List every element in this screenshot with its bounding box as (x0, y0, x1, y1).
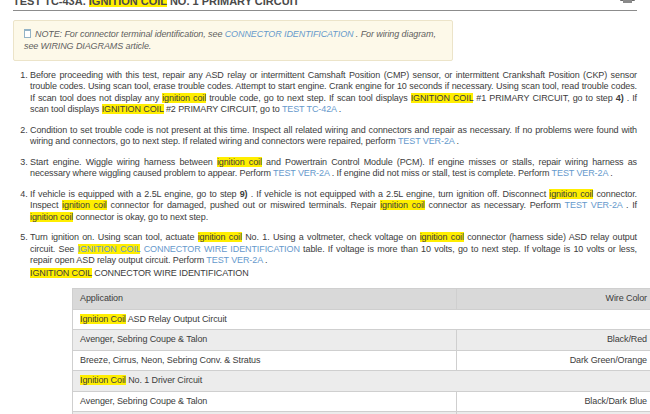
text-run: . (608, 168, 613, 178)
print-icon[interactable] (620, 0, 635, 3)
application-cell: Breeze, Cirrus, Neon, Sebring Conv. & St… (73, 350, 457, 371)
text-run: . If vehicle is not equipped with a 2.5L… (248, 189, 550, 199)
step-text: Before proceeding with this test, repair… (30, 70, 637, 116)
application-cell: Avenger, Sebring Coupe & Talon (73, 330, 457, 351)
title-divider (13, 10, 637, 11)
inline-link[interactable]: CONNECTOR WIRE IDENTIFICATION (144, 244, 300, 254)
inline-link[interactable]: TEST VER-2A (552, 168, 608, 178)
wire-color-cell: Black/Dark Blue (457, 391, 650, 412)
application-cell: Avenger, Sebring Coupe & Talon (73, 391, 457, 412)
text-run: . If (622, 200, 637, 210)
print-icon-tray (623, 0, 632, 3)
table-header-row: ApplicationWire Color (73, 289, 650, 310)
text-run: Condition to set trouble code is not pre… (30, 125, 637, 147)
highlighted-term: ignition coil (380, 200, 425, 210)
step-item: Start engine. Wiggle wiring harness betw… (30, 157, 637, 180)
text-run: connector as necessary. Perform (425, 200, 565, 210)
highlighted-term: IGNITION COIL (411, 93, 474, 103)
text-run: NOTE: For connector terminal identificat… (35, 29, 225, 39)
text-run: . If engine did not miss or stall, test … (329, 168, 551, 178)
step-item: Before proceeding with this test, repair… (30, 70, 637, 116)
step-item: If vehicle is equipped with a 2.5L engin… (30, 189, 637, 224)
text-run: Turn ignition on. Using scan tool, actua… (30, 232, 198, 242)
procedure-steps: Before proceeding with this test, repair… (13, 70, 637, 414)
table-row: Avenger, Sebring Coupe & TalonBlack/Red (73, 330, 650, 351)
text-run: TEST TC-43A. (13, 0, 89, 7)
inline-link[interactable]: IGNITION COIL (78, 244, 141, 254)
note-box: NOTE: For connector terminal identificat… (13, 20, 453, 61)
highlighted-term: ignition coil (549, 189, 593, 199)
text-run: #1 PRIMARY CIRCUIT, go to step (473, 93, 616, 103)
text-run: If vehicle is equipped with a 2.5L engin… (30, 189, 240, 199)
highlighted-term: ignition coil (198, 232, 242, 242)
highlighted-term: ignition coil (420, 232, 464, 242)
page-title: TEST TC-43A. IGNITION COIL NO. 1 PRIMARY… (13, 0, 637, 8)
inline-link[interactable]: TEST VER-2A (273, 168, 329, 178)
inline-link[interactable]: CONNECTOR IDENTIFICATION (225, 29, 354, 39)
text-run: connector is okay, go to next step. (73, 212, 208, 222)
highlighted-term: ignition coil (30, 212, 73, 222)
table-row: Breeze, Cirrus, Neon, Sebring Conv. & St… (73, 350, 650, 371)
section-row-label: Ignition Coil ASD Relay Output Circuit (73, 309, 650, 330)
highlighted-term: IGNITION COIL (89, 0, 167, 7)
column-header-wire-color: Wire Color (457, 289, 650, 310)
text-run: No. 1 Driver Circuit (126, 375, 202, 385)
section-row-label: Ignition Coil No. 1 Driver Circuit (73, 371, 650, 392)
highlighted-term: ignition coil (162, 93, 206, 103)
step-item: Turn ignition on. Using scan tool, actua… (30, 232, 637, 414)
text-run: . (454, 136, 459, 146)
wire-color-cell: Dark Green/Orange (457, 350, 650, 371)
note-text: NOTE: For connector terminal identificat… (24, 29, 436, 51)
text-run: No. 1. Using a voltmeter, check voltage … (242, 232, 420, 242)
step-text: Start engine. Wiggle wiring harness betw… (30, 157, 637, 180)
step-text: If vehicle is equipped with a 2.5L engin… (30, 189, 637, 224)
text-run: . (336, 104, 341, 114)
step-text: Condition to set trouble code is not pre… (30, 125, 637, 148)
highlighted-term: Ignition Coil (80, 314, 126, 324)
text-run: #2 PRIMARY CIRCUIT, go to (164, 104, 282, 114)
text-run: connector for damaged, pushed out or mis… (107, 200, 380, 210)
inline-link[interactable]: TEST VER-2A (565, 200, 623, 210)
text-run: trouble code, go to next step. If scan t… (206, 93, 411, 103)
note-document-icon (24, 29, 31, 38)
wire-identification-table: ApplicationWire ColorIgnition Coil ASD R… (72, 288, 650, 414)
table-caption: IGNITION COIL CONNECTOR WIRE IDENTIFICAT… (30, 268, 637, 280)
wire-color-cell: Black/Red (457, 330, 650, 351)
text-run: . (263, 255, 268, 265)
column-header-application: Application (73, 289, 457, 310)
table-row: Ignition Coil ASD Relay Output Circuit (73, 309, 650, 330)
highlighted-term: Ignition Coil (80, 375, 126, 385)
table-row: Ignition Coil No. 1 Driver Circuit (73, 371, 650, 392)
inline-link[interactable]: TEST VER-2A (398, 136, 454, 146)
text-run: NO. 1 PRIMARY CIRCUIT (167, 0, 300, 7)
inline-link[interactable]: TEST TC-42A (282, 104, 337, 114)
text-run: ASD Relay Output Circuit (126, 314, 227, 324)
highlighted-term: ignition coil (62, 200, 107, 210)
page-header: TEST TC-43A. IGNITION COIL NO. 1 PRIMARY… (13, 0, 637, 11)
text-run: CONNECTOR WIRE IDENTIFICATION (92, 268, 249, 278)
text-run: 4) (616, 93, 624, 103)
highlighted-term: ignition coil (217, 157, 262, 167)
text-run: Start engine. Wiggle wiring harness betw… (30, 157, 217, 167)
text-run: 9) (240, 189, 248, 199)
table-row: Avenger, Sebring Coupe & TalonBlack/Dark… (73, 391, 650, 412)
step-text: Turn ignition on. Using scan tool, actua… (30, 232, 637, 267)
step-item: Condition to set trouble code is not pre… (30, 125, 637, 148)
highlighted-term: IGNITION COIL (30, 268, 92, 278)
highlighted-term: IGNITION COIL (102, 104, 164, 114)
inline-link[interactable]: TEST VER-2A (206, 255, 262, 265)
